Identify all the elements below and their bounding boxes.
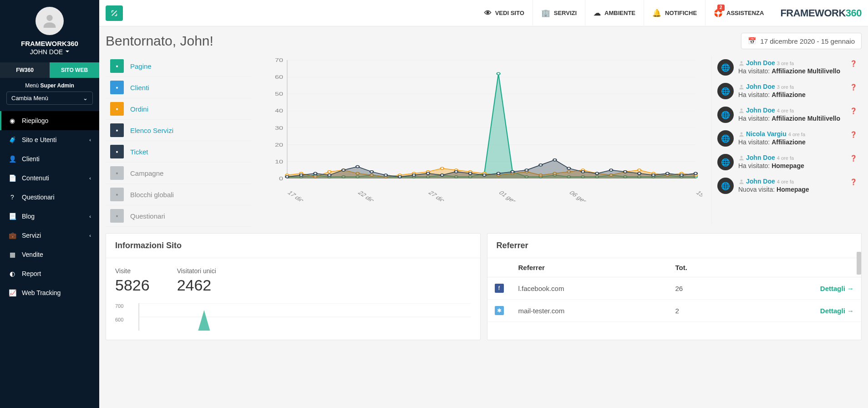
briefcase-icon: 🧳 <box>8 136 16 143</box>
activity-time: 3 ore fa <box>777 84 794 90</box>
company-name: FRAMEWORK360 <box>7 40 92 47</box>
topbar: 👁VEDI SITO🏢SERVIZI☁AMBIENTE🔔NOTIFICHE🛟2A… <box>99 0 868 26</box>
activity-time: 4 ore fa <box>777 108 794 113</box>
col-referrer: Referrer <box>511 258 668 277</box>
svg-point-65 <box>441 167 444 169</box>
vtab-ordini[interactable]: ▪Ordini <box>106 98 251 120</box>
globe-icon: 🌐 <box>717 107 734 123</box>
user-menu[interactable]: JOHN DOE <box>7 48 92 56</box>
svg-point-119 <box>741 180 743 182</box>
svg-point-110 <box>652 174 655 176</box>
nav-item-questionari[interactable]: ?Questionari <box>0 188 99 207</box>
vtab-blocchi-globali[interactable]: ▪Blocchi globali <box>106 184 251 205</box>
vtab-questionari[interactable]: ▪Questionari <box>106 205 251 227</box>
profile-block: FRAMEWORK360 JOHN DOE <box>0 0 99 62</box>
topbar-vedi-sito[interactable]: 👁VEDI SITO <box>476 0 533 26</box>
tab-sitoweb[interactable]: SITO WEB <box>50 62 99 78</box>
svg-point-109 <box>638 172 641 174</box>
svg-point-104 <box>567 167 570 169</box>
activity-text: Ha visitato: Affiliazione Multilivello <box>738 115 856 122</box>
vtab-campagne[interactable]: ▪Campagne <box>106 163 251 184</box>
activity-user[interactable]: John Doe <box>746 59 775 66</box>
help-icon[interactable]: ❓ <box>850 155 857 162</box>
svg-point-113 <box>694 172 697 174</box>
activity-time: 4 ore fa <box>777 155 794 161</box>
nav-item-report[interactable]: ◐Report <box>0 264 99 283</box>
activity-text: Ha visitato: Affiliazione Multilivello <box>738 67 856 75</box>
building-icon: 🏢 <box>541 9 550 17</box>
activity-user[interactable]: John Doe <box>746 83 775 90</box>
vtab-elenco-servizi[interactable]: ▪Elenco Servizi <box>106 120 251 141</box>
vtab-icon: ▪ <box>110 59 124 73</box>
nav-item-web-tracking[interactable]: 📈Web Tracking <box>0 283 99 302</box>
vtab-ticket[interactable]: ▪Ticket <box>106 141 251 163</box>
help-icon[interactable]: ❓ <box>850 60 857 67</box>
tab-fw360[interactable]: FW360 <box>0 62 50 78</box>
referrer-row: ✱ mail-tester.com 2 Dettagli → <box>487 300 862 322</box>
unique-value: 2462 <box>177 276 216 294</box>
svg-point-0 <box>46 15 52 21</box>
help-icon[interactable]: ❓ <box>850 84 857 91</box>
globe-icon: 🌐 <box>717 83 734 99</box>
nav-item-contenuti[interactable]: 📄Contenuti‹ <box>0 168 99 188</box>
svg-point-102 <box>539 164 542 166</box>
chevron-down-icon: ⌄ <box>83 95 88 102</box>
fb-icon: f <box>495 284 504 293</box>
scrollbar[interactable] <box>857 252 861 275</box>
activity-text: Ha visitato: Affiliazione <box>738 138 856 146</box>
activity-user[interactable]: John Doe <box>746 107 775 114</box>
vtab-pagine[interactable]: ▪Pagine <box>106 56 251 77</box>
globe-icon: 🌐 <box>717 178 734 194</box>
activity-user[interactable]: John Doe <box>746 178 775 185</box>
vtab-icon: ▪ <box>110 188 124 201</box>
activity-user[interactable]: Nicola Vargiu <box>746 130 787 138</box>
brand-logo: FRAMEWORK360 <box>780 7 862 19</box>
help-icon[interactable]: ❓ <box>850 107 857 114</box>
nav-item-vendite[interactable]: ▦Vendite <box>0 245 99 264</box>
vtab-clienti[interactable]: ▪Clienti <box>106 77 251 98</box>
topbar-notifiche[interactable]: 🔔NOTIFICHE <box>644 0 705 26</box>
svg-point-86 <box>314 172 317 174</box>
sidebar: FRAMEWORK360 JOHN DOE FW360 SITO WEB Men… <box>0 0 99 408</box>
activity-item: 🌐 John Doe4 ore fa Ha visitato: Homepage… <box>712 150 862 174</box>
visits-value: 5826 <box>115 276 150 294</box>
referrer-table: Referrer Tot. f l.facebook.com 26 Dettag… <box>487 258 862 322</box>
activity-item: 🌐 John Doe4 ore fa Ha visitato: Affiliaz… <box>712 103 862 127</box>
svg-text:60: 60 <box>275 74 283 80</box>
svg-point-39 <box>497 72 500 75</box>
referrer-card-title: Referrer <box>487 234 862 258</box>
topbar-servizi[interactable]: 🏢SERVIZI <box>533 0 585 26</box>
activity-time: 4 ore fa <box>788 132 805 137</box>
badge: 2 <box>717 5 725 11</box>
topbar-ambiente[interactable]: ☁AMBIENTE <box>585 0 644 26</box>
svg-point-84 <box>285 176 289 178</box>
help-icon[interactable]: ❓ <box>850 131 857 138</box>
detail-link[interactable]: Dettagli → <box>820 285 854 292</box>
activity-user[interactable]: John Doe <box>746 154 775 161</box>
svg-point-98 <box>482 174 486 176</box>
date-range-picker[interactable]: 📅 17 dicembre 2020 - 15 gennaio <box>741 33 862 49</box>
topbar-assistenza[interactable]: 🛟2ASSISTENZA <box>705 0 772 26</box>
nav-item-servizi[interactable]: 💼Servizi‹ <box>0 226 99 245</box>
svg-point-88 <box>342 169 345 171</box>
menu-select[interactable]: Cambia Menù ⌄ <box>6 92 93 105</box>
user-icon: 👤 <box>8 155 16 163</box>
question-icon: ? <box>8 194 16 201</box>
doc-icon: 📃 <box>8 213 16 220</box>
detail-link[interactable]: Dettagli → <box>820 307 854 315</box>
visits-label: Visite <box>115 267 150 275</box>
chevron-left-icon: ‹ <box>89 137 91 143</box>
svg-point-90 <box>370 171 373 173</box>
nav-item-blog[interactable]: 📃Blog‹ <box>0 207 99 226</box>
expand-button[interactable] <box>106 5 123 21</box>
nav-item-clienti[interactable]: 👤Clienti <box>0 149 99 168</box>
nav-item-riepilogo[interactable]: ◉Riepilogo <box>0 111 99 130</box>
svg-point-114 <box>741 61 743 64</box>
referrer-total: 2 <box>668 300 736 322</box>
nav-item-sito-e-utenti[interactable]: 🧳Sito e Utenti‹ <box>0 130 99 149</box>
globe-icon: 🌐 <box>717 59 734 76</box>
sidebar-tabs: FW360 SITO WEB <box>0 62 99 78</box>
help-icon[interactable]: ❓ <box>850 178 857 185</box>
dashboard-icon: ◉ <box>8 117 16 124</box>
svg-point-95 <box>441 174 444 176</box>
